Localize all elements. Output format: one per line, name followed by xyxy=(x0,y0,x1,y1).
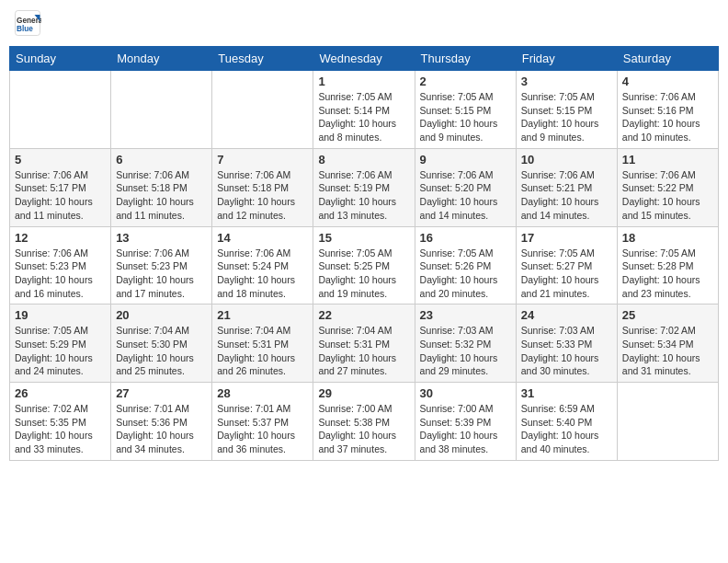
day-number: 2 xyxy=(420,75,511,88)
day-detail: Sunrise: 7:02 AM Sunset: 5:35 PM Dayligh… xyxy=(15,402,106,456)
calendar-cell: 17Sunrise: 7:05 AM Sunset: 5:27 PM Dayli… xyxy=(516,226,617,304)
weekday-header: Wednesday xyxy=(313,47,415,71)
weekday-header: Thursday xyxy=(415,47,516,71)
day-number: 24 xyxy=(521,308,612,322)
day-detail: Sunrise: 7:05 AM Sunset: 5:29 PM Dayligh… xyxy=(15,324,106,378)
calendar-cell: 5Sunrise: 7:06 AM Sunset: 5:17 PM Daylig… xyxy=(10,148,111,226)
day-number: 15 xyxy=(318,231,409,245)
calendar-week: 26Sunrise: 7:02 AM Sunset: 5:35 PM Dayli… xyxy=(10,383,719,461)
day-number: 17 xyxy=(521,231,612,245)
day-number: 1 xyxy=(318,75,409,88)
day-detail: Sunrise: 7:02 AM Sunset: 5:34 PM Dayligh… xyxy=(622,324,713,378)
calendar-cell: 18Sunrise: 7:05 AM Sunset: 5:28 PM Dayli… xyxy=(617,226,718,304)
day-detail: Sunrise: 7:05 AM Sunset: 5:26 PM Dayligh… xyxy=(420,247,511,301)
day-detail: Sunrise: 7:06 AM Sunset: 5:21 PM Dayligh… xyxy=(521,168,612,223)
day-number: 8 xyxy=(318,153,409,167)
day-number: 18 xyxy=(622,231,713,245)
calendar-table: SundayMondayTuesdayWednesdayThursdayFrid… xyxy=(9,46,719,461)
calendar-header: SundayMondayTuesdayWednesdayThursdayFrid… xyxy=(10,47,719,71)
day-detail: Sunrise: 7:05 AM Sunset: 5:14 PM Dayligh… xyxy=(318,90,409,144)
page-header: General Blue xyxy=(9,9,719,37)
calendar-cell: 19Sunrise: 7:05 AM Sunset: 5:29 PM Dayli… xyxy=(10,304,111,383)
calendar-cell: 23Sunrise: 7:03 AM Sunset: 5:32 PM Dayli… xyxy=(415,304,516,383)
calendar-cell: 21Sunrise: 7:04 AM Sunset: 5:31 PM Dayli… xyxy=(212,304,313,383)
day-detail: Sunrise: 7:06 AM Sunset: 5:22 PM Dayligh… xyxy=(622,168,713,223)
calendar-cell: 13Sunrise: 7:06 AM Sunset: 5:23 PM Dayli… xyxy=(111,226,212,304)
day-detail: Sunrise: 7:03 AM Sunset: 5:33 PM Dayligh… xyxy=(521,324,612,378)
day-detail: Sunrise: 7:06 AM Sunset: 5:18 PM Dayligh… xyxy=(116,168,207,223)
day-number: 27 xyxy=(116,386,207,400)
calendar-cell: 9Sunrise: 7:06 AM Sunset: 5:20 PM Daylig… xyxy=(415,148,516,226)
day-number: 7 xyxy=(217,153,308,167)
calendar-cell: 3Sunrise: 7:05 AM Sunset: 5:15 PM Daylig… xyxy=(516,71,617,149)
calendar-cell: 28Sunrise: 7:01 AM Sunset: 5:37 PM Dayli… xyxy=(212,383,313,461)
day-number: 10 xyxy=(521,153,612,167)
day-number: 12 xyxy=(15,231,106,245)
logo-icon: General Blue xyxy=(14,9,41,37)
day-detail: Sunrise: 7:00 AM Sunset: 5:38 PM Dayligh… xyxy=(318,402,409,456)
day-number: 6 xyxy=(116,153,207,167)
day-detail: Sunrise: 7:03 AM Sunset: 5:32 PM Dayligh… xyxy=(420,324,511,378)
day-number: 29 xyxy=(318,386,409,400)
day-number: 19 xyxy=(15,308,106,322)
calendar-cell: 12Sunrise: 7:06 AM Sunset: 5:23 PM Dayli… xyxy=(10,226,111,304)
day-detail: Sunrise: 7:06 AM Sunset: 5:24 PM Dayligh… xyxy=(217,247,308,301)
calendar-cell: 24Sunrise: 7:03 AM Sunset: 5:33 PM Dayli… xyxy=(516,304,617,383)
calendar-cell: 8Sunrise: 7:06 AM Sunset: 5:19 PM Daylig… xyxy=(313,148,415,226)
calendar-week: 19Sunrise: 7:05 AM Sunset: 5:29 PM Dayli… xyxy=(10,304,719,383)
day-number: 11 xyxy=(622,153,713,167)
day-number: 22 xyxy=(318,308,409,322)
calendar-cell: 11Sunrise: 7:06 AM Sunset: 5:22 PM Dayli… xyxy=(617,148,718,226)
calendar-cell: 22Sunrise: 7:04 AM Sunset: 5:31 PM Dayli… xyxy=(313,304,415,383)
day-number: 30 xyxy=(420,386,511,400)
calendar-cell: 30Sunrise: 7:00 AM Sunset: 5:39 PM Dayli… xyxy=(415,383,516,461)
weekday-header: Monday xyxy=(111,47,212,71)
calendar-cell: 10Sunrise: 7:06 AM Sunset: 5:21 PM Dayli… xyxy=(516,148,617,226)
calendar-cell xyxy=(617,383,718,461)
day-detail: Sunrise: 7:04 AM Sunset: 5:31 PM Dayligh… xyxy=(318,324,409,378)
day-detail: Sunrise: 7:05 AM Sunset: 5:15 PM Dayligh… xyxy=(521,90,612,144)
calendar-cell xyxy=(212,71,313,149)
calendar-week: 12Sunrise: 7:06 AM Sunset: 5:23 PM Dayli… xyxy=(10,226,719,304)
day-number: 16 xyxy=(420,231,511,245)
day-detail: Sunrise: 7:06 AM Sunset: 5:23 PM Dayligh… xyxy=(15,247,106,301)
day-detail: Sunrise: 7:05 AM Sunset: 5:15 PM Dayligh… xyxy=(420,90,511,144)
day-detail: Sunrise: 7:06 AM Sunset: 5:17 PM Dayligh… xyxy=(15,168,106,223)
calendar-cell: 1Sunrise: 7:05 AM Sunset: 5:14 PM Daylig… xyxy=(313,71,415,149)
calendar-cell: 7Sunrise: 7:06 AM Sunset: 5:18 PM Daylig… xyxy=(212,148,313,226)
day-number: 20 xyxy=(116,308,207,322)
calendar-cell: 25Sunrise: 7:02 AM Sunset: 5:34 PM Dayli… xyxy=(617,304,718,383)
weekday-header: Tuesday xyxy=(212,47,313,71)
day-detail: Sunrise: 7:04 AM Sunset: 5:30 PM Dayligh… xyxy=(116,324,207,378)
calendar-cell: 31Sunrise: 6:59 AM Sunset: 5:40 PM Dayli… xyxy=(516,383,617,461)
calendar-cell: 27Sunrise: 7:01 AM Sunset: 5:36 PM Dayli… xyxy=(111,383,212,461)
calendar-cell: 29Sunrise: 7:00 AM Sunset: 5:38 PM Dayli… xyxy=(313,383,415,461)
day-number: 28 xyxy=(217,386,308,400)
day-number: 26 xyxy=(15,386,106,400)
day-number: 14 xyxy=(217,231,308,245)
calendar-cell xyxy=(111,71,212,149)
calendar-week: 5Sunrise: 7:06 AM Sunset: 5:17 PM Daylig… xyxy=(10,148,719,226)
day-detail: Sunrise: 7:06 AM Sunset: 5:16 PM Dayligh… xyxy=(622,90,713,144)
day-number: 23 xyxy=(420,308,511,322)
calendar-cell: 14Sunrise: 7:06 AM Sunset: 5:24 PM Dayli… xyxy=(212,226,313,304)
svg-text:Blue: Blue xyxy=(17,25,33,33)
day-detail: Sunrise: 7:01 AM Sunset: 5:37 PM Dayligh… xyxy=(217,402,308,456)
weekday-header: Sunday xyxy=(10,47,111,71)
day-number: 9 xyxy=(420,153,511,167)
calendar-cell: 26Sunrise: 7:02 AM Sunset: 5:35 PM Dayli… xyxy=(10,383,111,461)
day-number: 13 xyxy=(116,231,207,245)
day-detail: Sunrise: 7:05 AM Sunset: 5:25 PM Dayligh… xyxy=(318,247,409,301)
day-detail: Sunrise: 7:01 AM Sunset: 5:36 PM Dayligh… xyxy=(116,402,207,456)
day-detail: Sunrise: 6:59 AM Sunset: 5:40 PM Dayligh… xyxy=(521,402,612,456)
weekday-header: Saturday xyxy=(617,47,718,71)
day-number: 25 xyxy=(622,308,713,322)
day-number: 5 xyxy=(15,153,106,167)
logo: General Blue xyxy=(14,9,45,37)
calendar-cell xyxy=(10,71,111,149)
day-detail: Sunrise: 7:06 AM Sunset: 5:23 PM Dayligh… xyxy=(116,247,207,301)
calendar-cell: 6Sunrise: 7:06 AM Sunset: 5:18 PM Daylig… xyxy=(111,148,212,226)
day-detail: Sunrise: 7:06 AM Sunset: 5:18 PM Dayligh… xyxy=(217,168,308,223)
day-detail: Sunrise: 7:06 AM Sunset: 5:20 PM Dayligh… xyxy=(420,168,511,223)
day-detail: Sunrise: 7:04 AM Sunset: 5:31 PM Dayligh… xyxy=(217,324,308,378)
